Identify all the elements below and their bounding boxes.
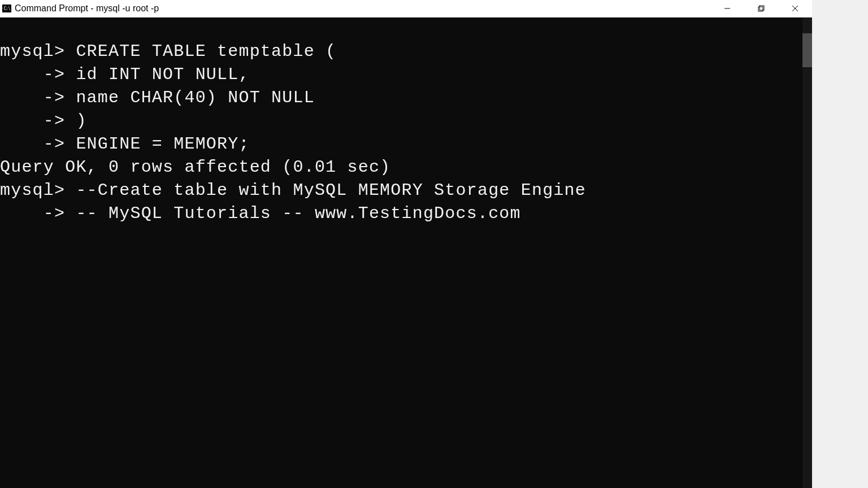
svg-rect-1: [758, 7, 763, 11]
titlebar-left: C:\ Command Prompt - mysql -u root -p: [0, 3, 159, 14]
command-prompt-window: C:\ Command Prompt - mysql -u root -p m: [0, 0, 812, 488]
terminal-line: -> ): [0, 110, 802, 133]
terminal-line: -> name CHAR(40) NOT NULL: [0, 86, 802, 110]
scrollbar-thumb[interactable]: [802, 33, 812, 67]
terminal-line: -> ENGINE = MEMORY;: [0, 133, 802, 156]
window-title: Command Prompt - mysql -u root -p: [15, 3, 159, 14]
terminal-line: mysql> --Create table with MySQL MEMORY …: [0, 179, 802, 202]
vertical-scrollbar[interactable]: [802, 18, 812, 488]
maximize-icon: [758, 5, 765, 12]
maximize-button[interactable]: [744, 0, 778, 18]
terminal-area[interactable]: mysql> CREATE TABLE temptable ( -> id IN…: [0, 18, 812, 488]
terminal-line: -> -- MySQL Tutorials -- www.TestingDocs…: [0, 202, 802, 225]
minimize-icon: [724, 5, 731, 12]
close-icon: [792, 5, 798, 12]
svg-rect-2: [760, 6, 764, 10]
titlebar[interactable]: C:\ Command Prompt - mysql -u root -p: [0, 0, 812, 18]
terminal-line: mysql> CREATE TABLE temptable (: [0, 40, 802, 63]
window-controls: [710, 0, 812, 17]
cmd-icon: C:\: [2, 5, 11, 12]
terminal-line: Query OK, 0 rows affected (0.01 sec): [0, 156, 802, 179]
terminal-line: -> id INT NOT NULL,: [0, 63, 802, 86]
close-button[interactable]: [778, 0, 812, 18]
terminal-content[interactable]: mysql> CREATE TABLE temptable ( -> id IN…: [0, 18, 802, 488]
minimize-button[interactable]: [710, 0, 744, 18]
